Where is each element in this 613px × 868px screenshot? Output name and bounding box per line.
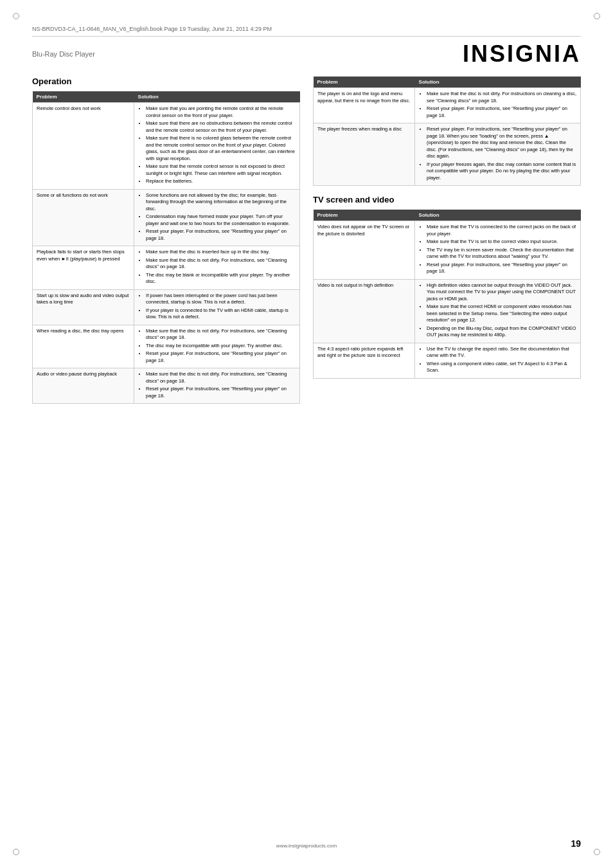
header: NS-BRDVD3-CA_11-0646_MAN_V6_English.book… xyxy=(32,26,581,37)
list-item: If your player is connected to the TV wi… xyxy=(146,307,296,321)
list-item: The disc may be incompatible with your p… xyxy=(146,343,296,350)
solution-list: Make sure that the TV is connected to th… xyxy=(419,224,576,275)
table-row: Audio or video pause during playbackMake… xyxy=(33,368,300,404)
footer-url: www.insigniaproducts.com xyxy=(276,843,337,849)
solution-list: High definition video cannot be output t… xyxy=(419,282,576,339)
table-row: Some or all functions do not workSome fu… xyxy=(33,189,300,246)
problem-cell: The 4:3 aspect ratio picture expands lef… xyxy=(314,343,415,378)
tv-section-title: TV screen and video xyxy=(313,195,581,204)
table-row: The player freezes when reading a discRe… xyxy=(314,123,581,186)
operation-title: Operation xyxy=(32,77,300,86)
solution-list: Make sure that you are pointing the remo… xyxy=(138,105,296,185)
list-item: Reset your player. For instructions, see… xyxy=(427,126,576,160)
list-item: Reset your player. For instructions, see… xyxy=(427,105,576,119)
corner-mark-bl xyxy=(13,849,19,855)
solution-list: Make sure that the disc is not dirty. Fo… xyxy=(138,328,296,365)
list-item: Reset your player. For instructions, see… xyxy=(427,262,576,275)
problem-cell: Audio or video pause during playback xyxy=(33,368,134,404)
solution-cell: Make sure that the disc is not dirty. Fo… xyxy=(134,368,300,404)
page-number: 19 xyxy=(571,838,581,849)
list-item: If power has been interrupted or the pow… xyxy=(146,293,296,306)
file-info: NS-BRDVD3-CA_11-0646_MAN_V6_English.book… xyxy=(32,26,272,32)
right-column: Problem Solution The player is on and th… xyxy=(313,77,581,404)
problem-cell: The player freezes when reading a disc xyxy=(314,123,415,186)
problem-cell: Start up is slow and audio and video out… xyxy=(33,289,134,325)
solution-cell: Some functions are not allowed by the di… xyxy=(134,189,300,246)
solution-cell: Make sure that the disc is inserted face… xyxy=(134,246,300,290)
problem-cell: Video does not appear on the TV screen o… xyxy=(314,221,415,280)
rt-solution-header: Solution xyxy=(415,77,581,88)
list-item: Reset your player. For instructions, see… xyxy=(146,228,296,242)
list-item: Make sure that the disc is not dirty. Fo… xyxy=(427,91,576,104)
solution-list: If power has been interrupted or the pow… xyxy=(138,293,296,321)
list-item: Make sure that there are no obstructions… xyxy=(146,120,296,134)
corner-mark-tr xyxy=(594,13,600,19)
problem-cell: Some or all functions do not work xyxy=(33,189,134,246)
solution-list: Use the TV to change the aspect ratio. S… xyxy=(419,346,576,374)
solution-list: Make sure that the disc is inserted face… xyxy=(138,249,296,285)
corner-mark-tl xyxy=(13,13,19,19)
brand-logo: INSIGNIA xyxy=(463,41,581,68)
solution-cell: High definition video cannot be output t… xyxy=(415,279,581,343)
list-item: The TV may be in screen saver mode. Chec… xyxy=(427,247,576,260)
problem-cell: Video is not output in high definition xyxy=(314,279,415,343)
problem-cell: Remote control does not work xyxy=(33,103,134,190)
list-item: The disc may be blank or incompatible wi… xyxy=(146,272,296,285)
page-container: NS-BRDVD3-CA_11-0646_MAN_V6_English.book… xyxy=(0,0,613,868)
table-row: Start up is slow and audio and video out… xyxy=(33,289,300,325)
tv-table: Problem Solution Video does not appear o… xyxy=(313,210,581,379)
table-row: Video does not appear on the TV screen o… xyxy=(314,221,581,280)
table-row: Video is not output in high definitionHi… xyxy=(314,279,581,343)
op-solution-header: Solution xyxy=(134,91,300,103)
list-item: Condensation may have formed inside your… xyxy=(146,213,296,227)
list-item: High definition video cannot be output t… xyxy=(427,282,576,303)
brand-header: Blu-Ray Disc Player INSIGNIA xyxy=(32,41,581,68)
table-row: The 4:3 aspect ratio picture expands lef… xyxy=(314,343,581,378)
list-item: Make sure that the disc is not dirty. Fo… xyxy=(146,257,296,271)
table-row: The player is on and the logo and menu a… xyxy=(314,88,581,123)
problem-cell: When reading a disc, the disc tray opens xyxy=(33,325,134,368)
product-name: Blu-Ray Disc Player xyxy=(32,50,95,58)
right-top-table: Problem Solution The player is on and th… xyxy=(313,77,581,186)
list-item: Reset your player. For instructions, see… xyxy=(146,350,296,364)
list-item: Make sure that there is no colored glass… xyxy=(146,135,296,162)
list-item: If your player freezes again, the disc m… xyxy=(427,161,576,182)
table-row: Playback fails to start or starts then s… xyxy=(33,246,300,290)
solution-list: Make sure that the disc is not dirty. Fo… xyxy=(138,371,296,399)
list-item: Make sure that the correct HDMI or compo… xyxy=(427,303,576,324)
list-item: Replace the batteries. xyxy=(146,178,296,185)
main-content: Operation Problem Solution Remote contro… xyxy=(32,77,581,404)
solution-list: Make sure that the disc is not dirty. Fo… xyxy=(419,91,576,119)
corner-mark-br xyxy=(594,849,600,855)
tv-problem-header: Problem xyxy=(314,210,415,221)
list-item: Use the TV to change the aspect ratio. S… xyxy=(427,346,576,359)
problem-cell: The player is on and the logo and menu a… xyxy=(314,88,415,123)
solution-cell: Make sure that the disc is not dirty. Fo… xyxy=(134,325,300,368)
list-item: Depending on the Blu-ray Disc, output fr… xyxy=(427,325,576,339)
list-item: Make sure that you are pointing the remo… xyxy=(146,105,296,119)
solution-cell: Make sure that the disc is not dirty. Fo… xyxy=(415,88,581,123)
solution-cell: If power has been interrupted or the pow… xyxy=(134,289,300,325)
tv-solution-header: Solution xyxy=(415,210,581,221)
solution-cell: Reset your player. For instructions, see… xyxy=(415,123,581,186)
list-item: Make sure that the disc is not dirty. Fo… xyxy=(146,371,296,384)
operation-table: Problem Solution Remote control does not… xyxy=(32,91,300,404)
list-item: When using a component video cable, set … xyxy=(427,361,576,374)
list-item: Make sure that the remote control sensor… xyxy=(146,163,296,177)
list-item: Make sure that the TV is set to the corr… xyxy=(427,239,576,246)
solution-cell: Use the TV to change the aspect ratio. S… xyxy=(415,343,581,378)
footer: www.insigniaproducts.com xyxy=(0,843,613,849)
list-item: Reset your player. For instructions, see… xyxy=(146,386,296,399)
left-column: Operation Problem Solution Remote contro… xyxy=(32,77,300,404)
list-item: Make sure that the disc is not dirty. Fo… xyxy=(146,328,296,341)
solution-cell: Make sure that you are pointing the remo… xyxy=(134,103,300,190)
list-item: Make sure that the TV is connected to th… xyxy=(427,224,576,237)
solution-cell: Make sure that the TV is connected to th… xyxy=(415,221,581,280)
rt-problem-header: Problem xyxy=(314,77,415,88)
solution-list: Reset your player. For instructions, see… xyxy=(419,126,576,181)
solution-list: Some functions are not allowed by the di… xyxy=(138,192,296,242)
problem-cell: Playback fails to start or starts then s… xyxy=(33,246,134,290)
table-row: Remote control does not workMake sure th… xyxy=(33,103,300,190)
list-item: Some functions are not allowed by the di… xyxy=(146,192,296,213)
table-row: When reading a disc, the disc tray opens… xyxy=(33,325,300,368)
